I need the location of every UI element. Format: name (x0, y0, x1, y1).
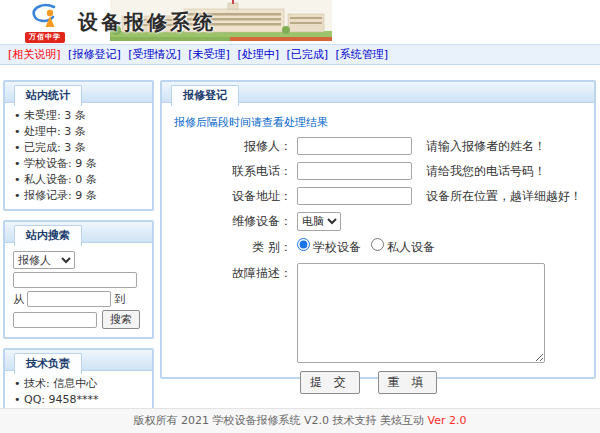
search-keyword-input[interactable] (13, 272, 137, 288)
reporter-label: 报修人： (162, 138, 297, 155)
search-button[interactable]: 搜索 (102, 310, 140, 329)
school-badge: 万佰中学 (25, 32, 65, 43)
main-nav: [相关说明] [报修登记] [受理情况] [未受理] [处理中] [已完成] [… (0, 44, 600, 65)
search-box: 站内搜索 报修人 从 到 搜索 (3, 220, 154, 339)
address-hint: 设备所在位置，越详细越好！ (426, 188, 582, 205)
header: 万佰中学 (0, 0, 600, 43)
copyright-text: 版权所有 2021 学校设备报修系统 V2.0 技术支持 美炫互动 (134, 414, 425, 427)
category-option-private[interactable]: 私人设备 (371, 238, 435, 256)
phone-hint: 请给我您的电话号码！ (426, 163, 546, 180)
description-label: 故障描述： (162, 263, 297, 282)
panel-tab-repair-register[interactable]: 报修登记 (171, 85, 239, 106)
footer: 版权所有 2021 学校设备报修系统 V2.0 技术支持 美炫互动 Ver 2.… (0, 408, 600, 433)
nav-link-system-admin[interactable]: [系统管理] (336, 48, 389, 61)
stats-box-header: 站内统计 (5, 82, 152, 103)
fault-description-textarea[interactable] (297, 263, 545, 363)
form-row-reporter: 报修人： 请输入报修者的姓名！ (162, 137, 594, 155)
stats-box-body: 未受理: 3 条 处理中: 3 条 已完成: 3 条 学校设备: 9 条 私人设… (5, 103, 152, 209)
search-box-body: 报修人 从 到 搜索 (5, 243, 152, 337)
nav-link-in-progress[interactable]: [处理中] (237, 48, 279, 61)
logo: 万佰中学 (14, 2, 76, 40)
address-label: 设备地址： (162, 188, 297, 205)
device-select[interactable]: 电脑 (297, 212, 341, 231)
panel-header: 报修登记 (162, 82, 594, 103)
logo-icon (27, 2, 63, 28)
stat-item-unaccepted: 未受理: 3 条 (13, 108, 146, 124)
stats-list: 未受理: 3 条 处理中: 3 条 已完成: 3 条 学校设备: 9 条 私人设… (13, 108, 146, 204)
stat-item-in-progress: 处理中: 3 条 (13, 124, 146, 140)
notice-text: 报修后隔段时间请查看处理结果 (174, 115, 594, 130)
phone-label: 联系电话： (162, 163, 297, 180)
stat-item-completed: 已完成: 3 条 (13, 140, 146, 156)
search-date-to-input[interactable] (13, 312, 97, 328)
panel-body: 报修后隔段时间请查看处理结果 报修人： 请输入报修者的姓名！ 联系电话： 请给我… (162, 103, 594, 396)
support-box-header: 技术负责 (5, 350, 152, 371)
submit-button[interactable]: 提 交 (300, 371, 360, 394)
nav-link-completed[interactable]: [已完成] (286, 48, 328, 61)
sidebar: 站内统计 未受理: 3 条 处理中: 3 条 已完成: 3 条 学校设备: 9 … (3, 80, 154, 433)
reset-button[interactable]: 重 填 (378, 371, 438, 394)
address-input[interactable] (297, 187, 412, 205)
nav-link-acceptance-status[interactable]: [受理情况] (128, 48, 181, 61)
stat-item-private-devices: 私人设备: 0 条 (13, 172, 146, 188)
support-box-title: 技术负责 (14, 353, 82, 374)
form-row-device: 维修设备： 电脑 (162, 212, 594, 231)
search-date-from-input[interactable] (27, 291, 111, 307)
stat-item-school-devices: 学校设备: 9 条 (13, 156, 146, 172)
support-item-qq: QQ: 9458**** (13, 392, 146, 408)
reporter-input[interactable] (297, 137, 412, 155)
form-row-category: 类 别： 学校设备 私人设备 (162, 238, 594, 256)
version-text: Ver 2.0 (428, 414, 467, 427)
category-radio-private[interactable] (371, 238, 384, 251)
search-box-title: 站内搜索 (14, 225, 82, 246)
form-row-phone: 联系电话： 请给我您的电话号码！ (162, 162, 594, 180)
form-row-address: 设备地址： 设备所在位置，越详细越好！ (162, 187, 594, 205)
search-box-header: 站内搜索 (5, 222, 152, 243)
stat-item-repair-records: 报修记录: 9 条 (13, 188, 146, 204)
reporter-hint: 请输入报修者的姓名！ (426, 138, 546, 155)
stats-box: 站内统计 未受理: 3 条 处理中: 3 条 已完成: 3 条 学校设备: 9 … (3, 80, 154, 211)
nav-link-repair-register[interactable]: [报修登记] (68, 48, 121, 61)
app-window: 万佰中学 (0, 0, 600, 433)
search-field-select[interactable]: 报修人 (13, 251, 75, 269)
stats-box-title: 站内统计 (14, 85, 82, 106)
page-title: 设备报修系统 (78, 9, 216, 36)
form-buttons: 提 交 重 填 (300, 371, 594, 394)
phone-input[interactable] (297, 162, 412, 180)
category-option-school[interactable]: 学校设备 (297, 238, 361, 256)
category-label: 类 别： (162, 239, 297, 256)
category-radio-school[interactable] (297, 238, 310, 251)
nav-link-unaccepted[interactable]: [未受理] (188, 48, 230, 61)
support-item-tech: 技术: 信息中心 (13, 376, 146, 392)
form-row-description: 故障描述： (162, 263, 594, 363)
repair-register-panel: 报修登记 报修后隔段时间请查看处理结果 报修人： 请输入报修者的姓名！ 联系电话… (160, 80, 596, 379)
nav-link-instructions[interactable]: [相关说明] (8, 48, 61, 61)
search-from-label: 从 (13, 292, 24, 307)
search-to-label: 到 (114, 292, 125, 307)
device-label: 维修设备： (162, 213, 297, 230)
